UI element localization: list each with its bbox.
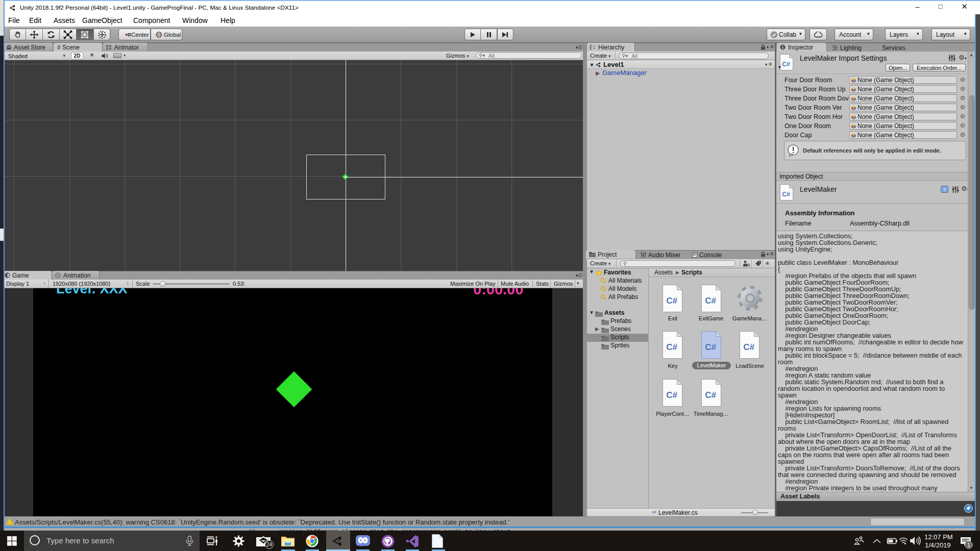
svg-text:C#: C# bbox=[666, 342, 677, 352]
svg-text:C#: C# bbox=[705, 296, 716, 306]
svg-text:C#: C# bbox=[705, 342, 716, 352]
svg-text:C#: C# bbox=[782, 61, 790, 68]
svg-text:C#: C# bbox=[743, 342, 754, 352]
svg-text:C#: C# bbox=[666, 390, 677, 400]
svg-text:C#: C# bbox=[705, 390, 716, 400]
svg-text:C#: C# bbox=[782, 191, 790, 198]
svg-text:C#: C# bbox=[666, 296, 677, 306]
svg-text:?: ? bbox=[943, 187, 946, 192]
